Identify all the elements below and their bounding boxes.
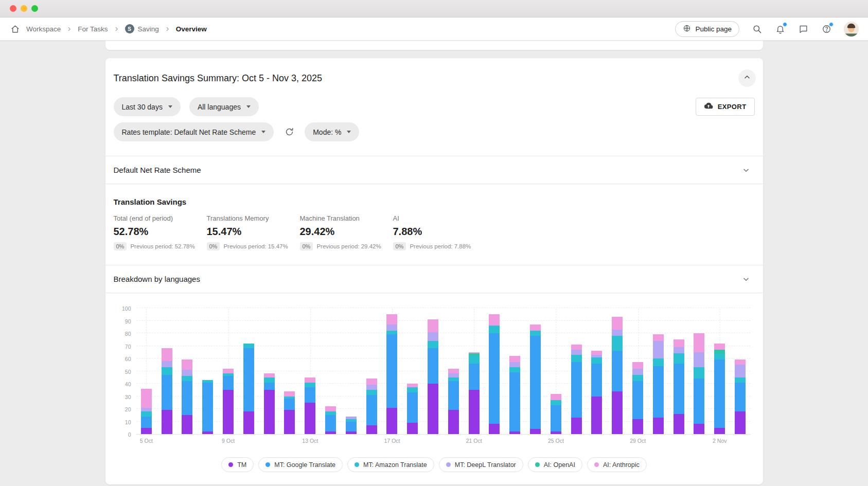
chevron-down-icon [738, 272, 754, 287]
segment-tm [366, 425, 377, 434]
stat-previous-period: Previous period: 29.42% [316, 243, 381, 249]
legend-item-tm[interactable]: TM [221, 457, 254, 472]
legend-item-ai-anthropic[interactable]: AI: Anthropic [587, 457, 647, 472]
notifications-bell-icon[interactable] [774, 23, 786, 34]
segment-ai-anthropic [714, 344, 725, 350]
legend-item-mt-google-translate[interactable]: MT: Google Translate [258, 457, 343, 472]
segment-mt-deepl-translator [694, 352, 704, 367]
breadcrumb-overview[interactable]: Overview [176, 25, 207, 33]
stat-total: Total (end of period) 52.78% 0% Previous… [114, 214, 207, 250]
segment-mt-amazon-translate [632, 375, 643, 381]
segment-ai-anthropic [571, 345, 582, 350]
segment-mt-google-translate [489, 333, 500, 424]
card-header: Translation Savings Summary: Oct 5 - Nov… [105, 58, 763, 91]
segment-tm [694, 424, 704, 434]
public-page-button[interactable]: Public page [675, 21, 739, 37]
export-label: EXPORT [718, 103, 747, 111]
stat-label: Machine Translation [300, 214, 393, 222]
chart-x-axis: 5 Oct9 Oct13 Oct17 Oct21 Oct25 Oct29 Oct… [136, 438, 751, 448]
help-icon[interactable] [821, 23, 832, 34]
segment-mt-amazon-translate [407, 387, 418, 392]
bar-10-oct [238, 309, 259, 434]
bar-6-oct [156, 309, 177, 434]
segment-mt-google-translate [223, 376, 234, 390]
segment-tm [591, 397, 602, 435]
caret-down-icon [261, 131, 265, 133]
search-icon[interactable] [751, 23, 763, 34]
segment-ai-anthropic [284, 391, 295, 397]
segment-mt-google-translate [612, 351, 623, 391]
legend-item-mt-deepl-translator[interactable]: MT: DeepL Translator [439, 457, 523, 472]
bar-22-oct [484, 309, 505, 434]
breadcrumb-for-tasks[interactable]: For Tasks [78, 25, 108, 33]
segment-mt-amazon-translate [428, 341, 438, 349]
segment-tm [386, 408, 397, 434]
caret-down-icon [347, 131, 351, 133]
segment-ai-anthropic [325, 406, 336, 411]
stat-label: Total (end of period) [114, 214, 207, 222]
segment-ai-anthropic [694, 333, 704, 352]
bar-7-oct [177, 309, 198, 434]
x-tick-label: 2 Nov [713, 438, 727, 444]
x-tick-label: 5 Oct [140, 438, 153, 444]
maximize-window-button[interactable] [31, 5, 38, 12]
legend-label: MT: Amazon Translate [363, 461, 427, 469]
y-tick-label: 40 [125, 381, 131, 387]
segment-ai-anthropic [386, 314, 397, 325]
segment-mt-google-translate [202, 383, 213, 432]
bar-13-oct [300, 309, 321, 434]
segment-ai-anthropic [530, 325, 541, 331]
segment-tm [346, 431, 357, 434]
minimize-window-button[interactable] [21, 5, 27, 12]
segment-mt-deepl-translator [386, 325, 397, 331]
segment-mt-amazon-translate [653, 358, 664, 366]
segment-tm [714, 428, 725, 434]
segment-mt-deepl-translator [141, 408, 152, 411]
segment-mt-amazon-translate [243, 344, 254, 349]
bar-29-oct [628, 309, 648, 434]
legend-dot [594, 462, 599, 467]
segment-mt-amazon-translate [141, 411, 152, 417]
segment-mt-deepl-translator [632, 369, 643, 375]
languages-filter[interactable]: All languages [189, 97, 259, 116]
legend-dot [228, 462, 233, 467]
mode-filter[interactable]: Mode: % [305, 122, 359, 141]
bar-8-oct [198, 309, 218, 434]
breadcrumb: Workspace For Tasks S Saving Overview [9, 23, 207, 34]
segment-ai-anthropic [674, 339, 684, 347]
breadcrumb-workspace[interactable]: Workspace [26, 25, 61, 33]
bar-2-nov [710, 309, 730, 434]
caret-down-icon [246, 105, 251, 108]
breakdown-section-toggle[interactable]: Breakdown by languages [105, 265, 763, 293]
rates-template-filter[interactable]: Rates template: Default Net Rate Scheme [114, 122, 274, 141]
legend-item-mt-amazon-translate[interactable]: MT: Amazon Translate [347, 457, 434, 472]
segment-mt-google-translate [674, 364, 684, 414]
segment-tm [243, 411, 254, 434]
x-tick-label: 17 Oct [384, 438, 400, 444]
collapse-card-button[interactable] [738, 69, 756, 87]
rate-scheme-section-toggle[interactable]: Default Net Rate Scheme [105, 156, 763, 184]
segment-tm [284, 410, 295, 434]
x-tick-label: 29 Oct [630, 438, 646, 444]
segment-mt-amazon-translate [448, 377, 459, 381]
date-range-filter[interactable]: Last 30 days [114, 97, 181, 116]
legend-item-ai-openai[interactable]: AI: OpenAI [528, 457, 582, 472]
messages-icon[interactable] [798, 23, 809, 34]
home-icon[interactable] [9, 23, 21, 34]
segment-mt-amazon-translate [509, 367, 520, 372]
breadcrumb-saving[interactable]: S Saving [125, 24, 159, 33]
segment-mt-google-translate [428, 348, 438, 384]
segment-mt-google-translate [264, 383, 275, 390]
segment-mt-amazon-translate [325, 411, 336, 415]
segment-mt-amazon-translate [714, 353, 725, 359]
stat-previous-period: Previous period: 15.47% [223, 243, 288, 249]
refresh-icon[interactable] [282, 125, 296, 139]
segment-tm [551, 431, 561, 434]
user-avatar[interactable] [844, 22, 859, 37]
close-window-button[interactable] [10, 5, 16, 12]
segment-tm [305, 403, 315, 434]
segment-tm [325, 431, 336, 434]
export-button[interactable]: EXPORT [696, 98, 755, 116]
segment-tm [223, 390, 234, 434]
segment-mt-amazon-translate [305, 383, 315, 388]
